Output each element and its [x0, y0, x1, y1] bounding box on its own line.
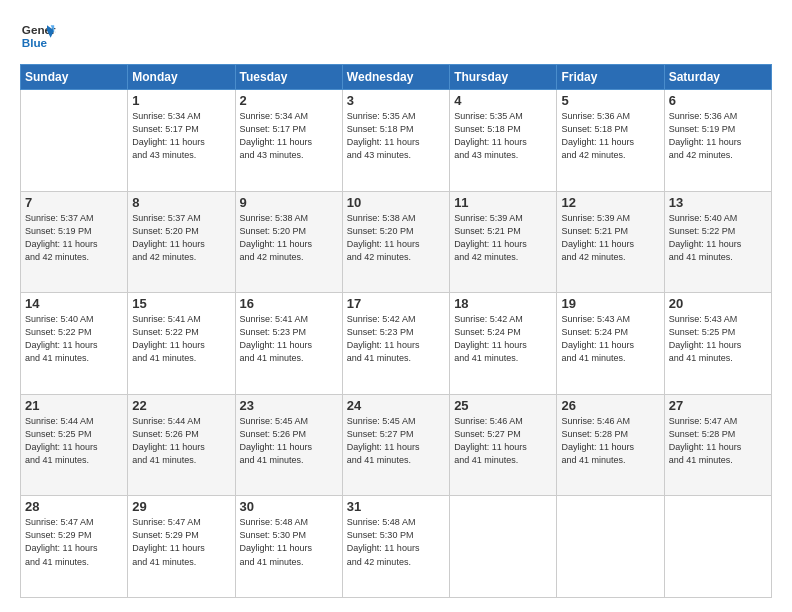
day-info: Sunrise: 5:38 AM Sunset: 5:20 PM Dayligh…: [347, 212, 445, 264]
cal-cell: 22Sunrise: 5:44 AM Sunset: 5:26 PM Dayli…: [128, 394, 235, 496]
day-number: 28: [25, 499, 123, 514]
cal-cell: [450, 496, 557, 598]
day-number: 8: [132, 195, 230, 210]
logo-icon: General Blue: [20, 18, 56, 54]
day-info: Sunrise: 5:47 AM Sunset: 5:29 PM Dayligh…: [132, 516, 230, 568]
day-number: 30: [240, 499, 338, 514]
day-info: Sunrise: 5:40 AM Sunset: 5:22 PM Dayligh…: [25, 313, 123, 365]
day-number: 19: [561, 296, 659, 311]
day-number: 9: [240, 195, 338, 210]
day-info: Sunrise: 5:45 AM Sunset: 5:27 PM Dayligh…: [347, 415, 445, 467]
day-info: Sunrise: 5:35 AM Sunset: 5:18 PM Dayligh…: [454, 110, 552, 162]
day-info: Sunrise: 5:43 AM Sunset: 5:25 PM Dayligh…: [669, 313, 767, 365]
weekday-header-thursday: Thursday: [450, 65, 557, 90]
day-info: Sunrise: 5:39 AM Sunset: 5:21 PM Dayligh…: [561, 212, 659, 264]
cal-cell: 30Sunrise: 5:48 AM Sunset: 5:30 PM Dayli…: [235, 496, 342, 598]
week-row-4: 21Sunrise: 5:44 AM Sunset: 5:25 PM Dayli…: [21, 394, 772, 496]
day-number: 25: [454, 398, 552, 413]
day-number: 15: [132, 296, 230, 311]
day-number: 2: [240, 93, 338, 108]
day-info: Sunrise: 5:35 AM Sunset: 5:18 PM Dayligh…: [347, 110, 445, 162]
day-info: Sunrise: 5:34 AM Sunset: 5:17 PM Dayligh…: [132, 110, 230, 162]
header: General Blue: [20, 18, 772, 54]
weekday-header-row: SundayMondayTuesdayWednesdayThursdayFrid…: [21, 65, 772, 90]
weekday-header-friday: Friday: [557, 65, 664, 90]
weekday-header-wednesday: Wednesday: [342, 65, 449, 90]
day-info: Sunrise: 5:39 AM Sunset: 5:21 PM Dayligh…: [454, 212, 552, 264]
day-number: 23: [240, 398, 338, 413]
cal-cell: 25Sunrise: 5:46 AM Sunset: 5:27 PM Dayli…: [450, 394, 557, 496]
weekday-header-saturday: Saturday: [664, 65, 771, 90]
day-info: Sunrise: 5:44 AM Sunset: 5:26 PM Dayligh…: [132, 415, 230, 467]
cal-cell: 4Sunrise: 5:35 AM Sunset: 5:18 PM Daylig…: [450, 90, 557, 192]
cal-cell: 27Sunrise: 5:47 AM Sunset: 5:28 PM Dayli…: [664, 394, 771, 496]
day-info: Sunrise: 5:36 AM Sunset: 5:19 PM Dayligh…: [669, 110, 767, 162]
cal-cell: 11Sunrise: 5:39 AM Sunset: 5:21 PM Dayli…: [450, 191, 557, 293]
cal-cell: 29Sunrise: 5:47 AM Sunset: 5:29 PM Dayli…: [128, 496, 235, 598]
day-number: 6: [669, 93, 767, 108]
cal-cell: [664, 496, 771, 598]
cal-cell: 26Sunrise: 5:46 AM Sunset: 5:28 PM Dayli…: [557, 394, 664, 496]
weekday-header-sunday: Sunday: [21, 65, 128, 90]
cal-cell: 18Sunrise: 5:42 AM Sunset: 5:24 PM Dayli…: [450, 293, 557, 395]
day-info: Sunrise: 5:34 AM Sunset: 5:17 PM Dayligh…: [240, 110, 338, 162]
day-info: Sunrise: 5:46 AM Sunset: 5:28 PM Dayligh…: [561, 415, 659, 467]
day-info: Sunrise: 5:46 AM Sunset: 5:27 PM Dayligh…: [454, 415, 552, 467]
cal-cell: 21Sunrise: 5:44 AM Sunset: 5:25 PM Dayli…: [21, 394, 128, 496]
cal-cell: 13Sunrise: 5:40 AM Sunset: 5:22 PM Dayli…: [664, 191, 771, 293]
week-row-3: 14Sunrise: 5:40 AM Sunset: 5:22 PM Dayli…: [21, 293, 772, 395]
day-number: 29: [132, 499, 230, 514]
cal-cell: 23Sunrise: 5:45 AM Sunset: 5:26 PM Dayli…: [235, 394, 342, 496]
cal-cell: 31Sunrise: 5:48 AM Sunset: 5:30 PM Dayli…: [342, 496, 449, 598]
page: General Blue SundayMondayTuesdayWednesda…: [0, 0, 792, 612]
day-info: Sunrise: 5:47 AM Sunset: 5:29 PM Dayligh…: [25, 516, 123, 568]
day-info: Sunrise: 5:47 AM Sunset: 5:28 PM Dayligh…: [669, 415, 767, 467]
day-info: Sunrise: 5:41 AM Sunset: 5:23 PM Dayligh…: [240, 313, 338, 365]
cal-cell: [557, 496, 664, 598]
day-number: 7: [25, 195, 123, 210]
day-number: 13: [669, 195, 767, 210]
week-row-5: 28Sunrise: 5:47 AM Sunset: 5:29 PM Dayli…: [21, 496, 772, 598]
cal-cell: 10Sunrise: 5:38 AM Sunset: 5:20 PM Dayli…: [342, 191, 449, 293]
day-number: 22: [132, 398, 230, 413]
day-info: Sunrise: 5:45 AM Sunset: 5:26 PM Dayligh…: [240, 415, 338, 467]
cal-cell: 16Sunrise: 5:41 AM Sunset: 5:23 PM Dayli…: [235, 293, 342, 395]
cal-cell: 8Sunrise: 5:37 AM Sunset: 5:20 PM Daylig…: [128, 191, 235, 293]
day-number: 3: [347, 93, 445, 108]
cal-cell: 17Sunrise: 5:42 AM Sunset: 5:23 PM Dayli…: [342, 293, 449, 395]
cal-cell: 6Sunrise: 5:36 AM Sunset: 5:19 PM Daylig…: [664, 90, 771, 192]
day-info: Sunrise: 5:42 AM Sunset: 5:24 PM Dayligh…: [454, 313, 552, 365]
cal-cell: 2Sunrise: 5:34 AM Sunset: 5:17 PM Daylig…: [235, 90, 342, 192]
cal-cell: [21, 90, 128, 192]
cal-cell: 3Sunrise: 5:35 AM Sunset: 5:18 PM Daylig…: [342, 90, 449, 192]
day-number: 27: [669, 398, 767, 413]
day-number: 31: [347, 499, 445, 514]
cal-cell: 20Sunrise: 5:43 AM Sunset: 5:25 PM Dayli…: [664, 293, 771, 395]
day-info: Sunrise: 5:38 AM Sunset: 5:20 PM Dayligh…: [240, 212, 338, 264]
cal-cell: 9Sunrise: 5:38 AM Sunset: 5:20 PM Daylig…: [235, 191, 342, 293]
day-number: 5: [561, 93, 659, 108]
weekday-header-monday: Monday: [128, 65, 235, 90]
day-info: Sunrise: 5:37 AM Sunset: 5:19 PM Dayligh…: [25, 212, 123, 264]
day-number: 18: [454, 296, 552, 311]
day-number: 16: [240, 296, 338, 311]
cal-cell: 5Sunrise: 5:36 AM Sunset: 5:18 PM Daylig…: [557, 90, 664, 192]
cal-cell: 12Sunrise: 5:39 AM Sunset: 5:21 PM Dayli…: [557, 191, 664, 293]
cal-cell: 19Sunrise: 5:43 AM Sunset: 5:24 PM Dayli…: [557, 293, 664, 395]
day-number: 14: [25, 296, 123, 311]
day-info: Sunrise: 5:42 AM Sunset: 5:23 PM Dayligh…: [347, 313, 445, 365]
week-row-2: 7Sunrise: 5:37 AM Sunset: 5:19 PM Daylig…: [21, 191, 772, 293]
cal-cell: 24Sunrise: 5:45 AM Sunset: 5:27 PM Dayli…: [342, 394, 449, 496]
day-number: 11: [454, 195, 552, 210]
svg-text:Blue: Blue: [22, 36, 48, 49]
week-row-1: 1Sunrise: 5:34 AM Sunset: 5:17 PM Daylig…: [21, 90, 772, 192]
day-number: 1: [132, 93, 230, 108]
cal-cell: 28Sunrise: 5:47 AM Sunset: 5:29 PM Dayli…: [21, 496, 128, 598]
logo: General Blue: [20, 18, 56, 54]
day-number: 17: [347, 296, 445, 311]
day-info: Sunrise: 5:43 AM Sunset: 5:24 PM Dayligh…: [561, 313, 659, 365]
day-info: Sunrise: 5:44 AM Sunset: 5:25 PM Dayligh…: [25, 415, 123, 467]
calendar-table: SundayMondayTuesdayWednesdayThursdayFrid…: [20, 64, 772, 598]
cal-cell: 1Sunrise: 5:34 AM Sunset: 5:17 PM Daylig…: [128, 90, 235, 192]
day-number: 12: [561, 195, 659, 210]
